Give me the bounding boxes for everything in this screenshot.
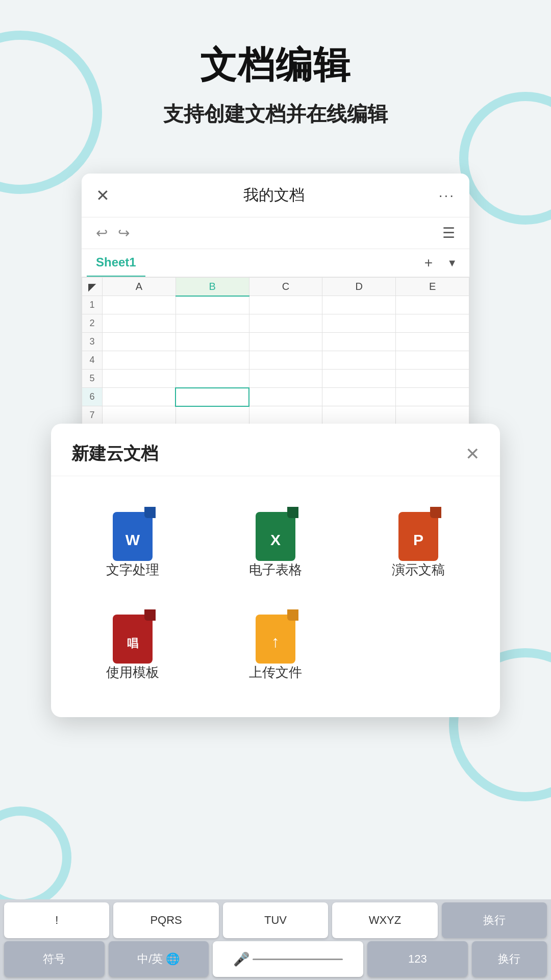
row-num-7: 7 [82, 406, 103, 425]
row-num-6: 6 [82, 388, 103, 406]
cell-D5[interactable] [322, 370, 396, 388]
cell-D2[interactable] [322, 314, 396, 333]
col-header-a[interactable]: A [103, 278, 176, 296]
cell-C5[interactable] [249, 370, 322, 388]
key-wxyz[interactable]: WXYZ [332, 902, 437, 938]
cell-B2[interactable] [176, 314, 249, 333]
row-num-2: 2 [82, 314, 103, 333]
cell-C7[interactable] [249, 406, 322, 425]
row-num-4: 4 [82, 351, 103, 370]
ppt-icon: P [395, 507, 441, 561]
col-header-b[interactable]: B [176, 278, 249, 296]
redo-icon[interactable]: ↪ [118, 225, 130, 241]
cell-B7[interactable] [176, 406, 249, 425]
key-exclamation[interactable]: ! [4, 902, 109, 938]
window-toolbar: ↩ ↪ ☰ [82, 217, 469, 249]
more-icon[interactable]: ··· [439, 187, 455, 204]
col-header-d[interactable]: D [322, 278, 396, 296]
template-icon: 唱 [110, 609, 156, 664]
keyboard-area: ! PQRS TUV WXYZ 换行 符号 中/英 🌐 🎤 123 换行 [0, 899, 551, 980]
cell-A2[interactable] [103, 314, 176, 333]
excel-label: 电子表格 [249, 561, 302, 579]
keyboard-top-row: ! PQRS TUV WXYZ 换行 [0, 899, 551, 938]
template-label: 使用模板 [106, 664, 159, 681]
doc-type-word[interactable]: W 文字处理 [61, 497, 204, 589]
cell-A5[interactable] [103, 370, 176, 388]
cell-E3[interactable] [396, 333, 469, 351]
sheet-tabs: Sheet1 + ▼ [82, 249, 469, 277]
row-num-1: 1 [82, 296, 103, 314]
upload-label: 上传文件 [249, 664, 302, 681]
key-pqrs[interactable]: PQRS [113, 902, 218, 938]
new-doc-dialog: 新建云文档 ✕ W 文字处理 X 电子表格 P [51, 424, 500, 717]
upload-icon: ↑ [253, 609, 298, 664]
cell-B1[interactable] [176, 296, 249, 314]
doc-types-grid-row1: W 文字处理 X 电子表格 P 演示文稿 [51, 481, 500, 599]
ppt-label: 演示文稿 [392, 561, 445, 579]
cell-C4[interactable] [249, 351, 322, 370]
menu-icon[interactable]: ☰ [442, 225, 455, 241]
cell-D4[interactable] [322, 351, 396, 370]
col-header-e[interactable]: E [396, 278, 469, 296]
header-section: 文档编辑 支持创建文档并在线编辑 [0, 0, 551, 143]
window-title: 我的文档 [243, 185, 305, 206]
undo-icon[interactable]: ↩ [96, 225, 108, 241]
cell-E1[interactable] [396, 296, 469, 314]
sheet-tab-1[interactable]: Sheet1 [87, 249, 145, 277]
cell-E2[interactable] [396, 314, 469, 333]
col-header-c[interactable]: C [249, 278, 322, 296]
key-lang[interactable]: 中/英 🌐 [109, 941, 209, 977]
cell-B4[interactable] [176, 351, 249, 370]
key-space[interactable]: 🎤 [213, 941, 363, 977]
cell-B3[interactable] [176, 333, 249, 351]
cell-C6[interactable] [249, 388, 322, 406]
key-123[interactable]: 123 [367, 941, 468, 977]
sheet-dropdown-button[interactable]: ▼ [440, 252, 464, 274]
word-icon: W [110, 507, 156, 561]
doc-type-template[interactable]: 唱 使用模板 [61, 599, 204, 692]
cell-E4[interactable] [396, 351, 469, 370]
mic-icon: 🎤 [233, 951, 249, 967]
dialog-title: 新建云文档 [71, 442, 158, 465]
cell-B6[interactable] [176, 388, 249, 406]
main-title: 文档编辑 [0, 41, 551, 90]
key-symbol[interactable]: 符号 [4, 941, 105, 977]
sub-title: 支持创建文档并在线编辑 [0, 100, 551, 128]
cell-B5[interactable] [176, 370, 249, 388]
key-enter-top[interactable]: 换行 [442, 902, 547, 938]
doc-type-upload[interactable]: ↑ 上传文件 [204, 599, 347, 692]
cell-A7[interactable] [103, 406, 176, 425]
cell-E6[interactable] [396, 388, 469, 406]
cell-A4[interactable] [103, 351, 176, 370]
cell-A3[interactable] [103, 333, 176, 351]
space-line [253, 959, 343, 960]
cell-D3[interactable] [322, 333, 396, 351]
corner-cell: ◤ [82, 278, 103, 296]
cell-C3[interactable] [249, 333, 322, 351]
sheet-add-button[interactable]: + [417, 250, 440, 276]
key-tuv[interactable]: TUV [223, 902, 328, 938]
dialog-header: 新建云文档 ✕ [51, 424, 500, 476]
cell-D6[interactable] [322, 388, 396, 406]
cell-E7[interactable] [396, 406, 469, 425]
doc-type-excel[interactable]: X 电子表格 [204, 497, 347, 589]
cell-D1[interactable] [322, 296, 396, 314]
cell-C2[interactable] [249, 314, 322, 333]
cell-A6[interactable] [103, 388, 176, 406]
row-num-3: 3 [82, 333, 103, 351]
toolbar-left: ↩ ↪ [96, 225, 130, 241]
cell-E5[interactable] [396, 370, 469, 388]
doc-type-ppt[interactable]: P 演示文稿 [347, 497, 490, 589]
cell-A1[interactable] [103, 296, 176, 314]
cell-C1[interactable] [249, 296, 322, 314]
close-icon[interactable]: ✕ [96, 186, 110, 205]
excel-icon: X [253, 507, 298, 561]
cell-D7[interactable] [322, 406, 396, 425]
window-titlebar: ✕ 我的文档 ··· [82, 174, 469, 217]
dialog-close-icon[interactable]: ✕ [465, 444, 480, 464]
row-num-5: 5 [82, 370, 103, 388]
doc-types-grid-row2: 唱 使用模板 ↑ 上传文件 [51, 599, 500, 697]
deco-circle-4 [0, 806, 71, 909]
key-enter-bottom[interactable]: 换行 [472, 941, 547, 977]
keyboard-bottom-row: 符号 中/英 🌐 🎤 123 换行 [0, 938, 551, 980]
